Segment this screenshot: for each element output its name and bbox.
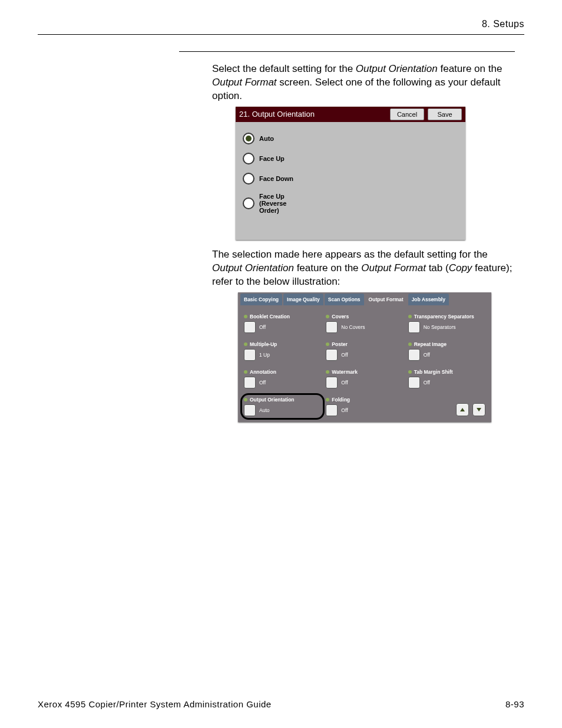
feature-value: Off: [259, 380, 266, 386]
feature-label: Tab Margin Shift: [414, 369, 453, 375]
tab-bar: Basic Copying Image Quality Scan Options…: [238, 292, 491, 305]
scroll-arrows: [456, 403, 485, 416]
emphasis: Output Format: [212, 77, 277, 88]
feature-icon: [244, 321, 256, 333]
feature-transparency-separators[interactable]: Transparency Separators No Separators: [408, 314, 485, 333]
feature-label: Poster: [332, 341, 347, 347]
feature-folding[interactable]: Folding Off: [326, 397, 403, 416]
feature-icon: [408, 377, 420, 388]
feature-label: Covers: [332, 314, 349, 319]
feature-label: Multiple-Up: [250, 341, 277, 347]
save-button[interactable]: Save: [428, 108, 462, 120]
text: tab (: [426, 262, 449, 274]
bullet-icon: [408, 370, 412, 374]
text: feature on the: [294, 262, 361, 274]
feature-icon: [326, 404, 338, 416]
feature-value: Off: [341, 380, 348, 386]
bullet-icon: [326, 398, 329, 401]
feature-label: Annotation: [250, 369, 276, 375]
feature-icon: [326, 377, 338, 388]
feature-value: No Separators: [424, 324, 456, 330]
feature-label: Repeat Image: [414, 341, 447, 347]
radio-icon: [243, 197, 254, 209]
feature-value: Off: [341, 352, 348, 358]
tab-job-assembly[interactable]: Job Assembly: [408, 294, 449, 305]
cancel-button[interactable]: Cancel: [390, 108, 424, 120]
feature-watermark[interactable]: Watermark Off: [326, 369, 403, 388]
emphasis: Output Orientation: [212, 262, 294, 274]
chevron-down-icon: [476, 407, 482, 413]
text: Select the default setting for the: [212, 63, 356, 74]
bullet-icon: [408, 315, 412, 318]
radio-label: Face Down: [259, 175, 293, 182]
feature-repeat-image[interactable]: Repeat Image Off: [408, 341, 485, 361]
radio-icon: [243, 133, 254, 144]
radio-option-face-up[interactable]: Face Up: [243, 153, 458, 164]
tab-scan-options[interactable]: Scan Options: [325, 294, 364, 305]
feature-multiple-up[interactable]: Multiple-Up 1 Up: [244, 341, 321, 361]
radio-option-face-down[interactable]: Face Down: [243, 173, 458, 185]
header-rule: [38, 34, 524, 35]
radio-option-face-up-reverse[interactable]: Face Up (Reverse Order): [243, 193, 458, 214]
emphasis: Copy: [449, 262, 472, 274]
feature-icon: [326, 349, 338, 361]
feature-icon: [408, 321, 420, 333]
feature-value: Off: [341, 407, 348, 413]
tab-panel: Booklet Creation Off Covers No Covers Tr…: [238, 305, 491, 422]
page-number: 8-93: [505, 699, 524, 709]
feature-booklet-creation[interactable]: Booklet Creation Off: [244, 314, 321, 333]
feature-icon: [244, 404, 256, 416]
feature-label: Output Orientation: [250, 397, 295, 403]
emphasis: Output Orientation: [356, 63, 438, 74]
paragraph-2: The selection made here appears as the d…: [212, 248, 515, 289]
bullet-icon: [244, 342, 247, 346]
radio-label: Face Up: [259, 155, 285, 162]
page-footer: Xerox 4595 Copier/Printer System Adminis…: [38, 699, 524, 709]
radio-label: Face Up (Reverse Order): [259, 193, 286, 214]
feature-tab-margin-shift[interactable]: Tab Margin Shift Off: [408, 369, 485, 388]
dialog-title: 21. Output Orientation: [239, 110, 386, 118]
radio-icon: [243, 153, 254, 164]
feature-value: Auto: [259, 407, 270, 413]
feature-icon: [326, 321, 338, 333]
feature-poster[interactable]: Poster Off: [326, 341, 403, 361]
feature-value: Off: [424, 380, 430, 386]
radio-icon: [243, 173, 254, 185]
feature-value: Off: [259, 324, 266, 330]
chevron-up-icon: [459, 407, 465, 413]
scroll-down-button[interactable]: [472, 403, 485, 416]
feature-annotation[interactable]: Annotation Off: [244, 369, 321, 388]
feature-value: 1 Up: [259, 352, 270, 358]
text: feature on the: [438, 63, 503, 74]
feature-icon: [408, 349, 420, 361]
paragraph-1: Select the default setting for the Outpu…: [212, 62, 515, 103]
screenshot-output-orientation-dialog: 21. Output Orientation Cancel Save Auto …: [236, 107, 465, 240]
feature-label: Transparency Separators: [414, 314, 474, 319]
chapter-header: 8. Setups: [38, 19, 524, 34]
feature-label: Watermark: [332, 369, 358, 375]
feature-covers[interactable]: Covers No Covers: [326, 314, 403, 333]
radio-option-auto[interactable]: Auto: [243, 133, 458, 144]
footer-title: Xerox 4595 Copier/Printer System Adminis…: [38, 699, 272, 709]
radio-label: Auto: [259, 135, 274, 142]
bullet-icon: [408, 342, 412, 346]
feature-icon: [244, 377, 256, 388]
emphasis: Output Format: [361, 262, 426, 274]
svg-marker-1: [477, 408, 481, 411]
feature-output-orientation[interactable]: Output Orientation Auto: [244, 397, 321, 416]
tab-basic-copying[interactable]: Basic Copying: [240, 294, 282, 305]
scroll-up-button[interactable]: [456, 403, 469, 416]
svg-marker-0: [460, 408, 465, 411]
bullet-icon: [326, 370, 329, 374]
bullet-icon: [244, 370, 247, 374]
section-rule: [179, 51, 515, 52]
feature-icon: [244, 349, 256, 361]
tab-image-quality[interactable]: Image Quality: [283, 294, 323, 305]
dialog-body: Auto Face Up Face Down Face Up (Reverse …: [236, 122, 465, 240]
tab-output-format[interactable]: Output Format: [365, 294, 407, 305]
bullet-icon: [244, 398, 247, 401]
bullet-icon: [326, 315, 329, 318]
bullet-icon: [244, 315, 247, 318]
screenshot-output-format-tab: Basic Copying Image Quality Scan Options…: [238, 292, 491, 422]
feature-value: No Covers: [341, 324, 365, 330]
